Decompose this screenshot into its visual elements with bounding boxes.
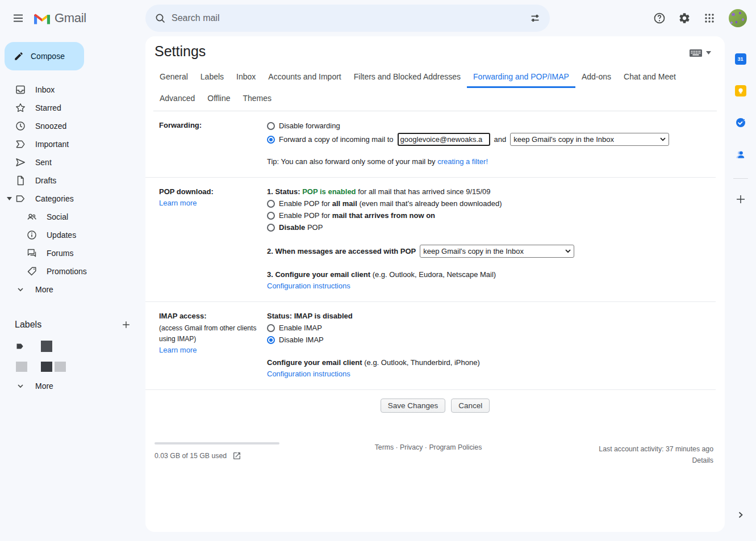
support-button[interactable] [648, 7, 671, 30]
forwarding-row-label: Forwarding: [159, 120, 267, 131]
main-menu-button[interactable] [7, 7, 30, 30]
tab-general[interactable]: General [153, 69, 194, 88]
sidebar-item-categories[interactable]: Categories [0, 190, 145, 208]
legal-links: Terms · Privacy · Program Policies [291, 442, 566, 451]
tab-forwarding-and-pop-imap[interactable]: Forwarding and POP/IMAP [467, 69, 575, 88]
imap-row-sublabel: (access Gmail from other clients using I… [159, 323, 267, 345]
pop-enable-now-radio[interactable] [267, 212, 275, 220]
tab-advanced[interactable]: Advanced [153, 88, 201, 111]
settings-button[interactable] [673, 7, 696, 30]
sidebar-item-label: Inbox [35, 85, 55, 94]
sidebar-item-label: Sent [35, 158, 52, 167]
activity-details-link[interactable]: Details [692, 456, 713, 464]
category-tag-icon [15, 193, 26, 204]
tab-labels[interactable]: Labels [194, 69, 230, 88]
tab-accounts-and-import[interactable]: Accounts and Import [262, 69, 347, 88]
settings-header: Settings [145, 36, 725, 60]
open-in-new-icon[interactable] [232, 451, 241, 460]
side-panel-rail: 31 [725, 36, 756, 541]
sidebar-item-updates[interactable]: Updates [0, 226, 145, 244]
settings-footer: 0.03 GB of 15 GB used Terms · Privacy · … [145, 418, 725, 466]
sidebar-item-inbox[interactable]: Inbox [0, 81, 145, 99]
imap-learn-more-link[interactable]: Learn more [159, 346, 197, 354]
hide-side-panel-button[interactable] [729, 504, 752, 526]
pop-configuration-instructions-link[interactable]: Configuration instructions [267, 282, 350, 290]
pop-enable-now-option[interactable]: Enable POP for mail that arrives from no… [267, 209, 704, 221]
draft-file-icon [15, 175, 26, 186]
labels-more[interactable]: More [0, 377, 145, 395]
privacy-link[interactable]: Privacy [400, 443, 423, 451]
sidebar-item-drafts[interactable]: Drafts [0, 171, 145, 190]
label-item-redacted-1[interactable] [0, 336, 145, 357]
program-policies-link[interactable]: Program Policies [429, 443, 482, 451]
redacted-label-text [55, 362, 66, 372]
tab-chat-and-meet[interactable]: Chat and Meet [617, 69, 682, 88]
tab-add-ons[interactable]: Add-ons [575, 69, 617, 88]
star-icon [15, 102, 26, 114]
pop-learn-more-link[interactable]: Learn more [159, 199, 197, 207]
pop-enable-all-radio[interactable] [267, 200, 275, 208]
pop-action-select[interactable]: keep Gmail's copy in the Inbox [420, 245, 574, 258]
pop-when-line: 2. When messages are accessed with POP k… [267, 245, 704, 258]
forward-address-select[interactable]: googlevoice@newoaks.a [398, 133, 490, 146]
sidebar-item-starred[interactable]: Starred [0, 99, 145, 117]
input-tools-button[interactable] [689, 48, 711, 58]
search-input[interactable] [172, 13, 524, 23]
gmail-m-icon [34, 12, 50, 24]
pop-disable-option[interactable]: Disable POP [267, 221, 704, 233]
disable-forwarding-radio[interactable] [267, 122, 275, 130]
tab-inbox[interactable]: Inbox [230, 69, 262, 88]
account-avatar[interactable] [729, 9, 747, 27]
tasks-panel-button[interactable] [729, 111, 752, 134]
forward-copy-option[interactable]: Forward a copy of incoming mail to googl… [267, 133, 704, 146]
disable-forwarding-option[interactable]: Disable forwarding [267, 120, 704, 132]
keep-panel-button[interactable] [729, 79, 752, 102]
search-options-button[interactable] [524, 7, 546, 30]
forward-copy-radio[interactable] [267, 136, 275, 144]
calendar-panel-button[interactable]: 31 [729, 48, 752, 70]
contacts-panel-button[interactable] [729, 143, 752, 166]
app-name: Gmail [55, 11, 86, 26]
collapse-triangle-icon[interactable] [7, 197, 12, 200]
apps-grid-icon [704, 12, 715, 24]
sidebar-item-snoozed[interactable]: Snoozed [0, 117, 145, 135]
sidebar-item-important[interactable]: Important [0, 135, 145, 153]
cancel-button[interactable]: Cancel [451, 399, 490, 413]
terms-link[interactable]: Terms [375, 443, 394, 451]
tab-filters-and-blocked-addresses[interactable]: Filters and Blocked Addresses [348, 69, 467, 88]
compose-button[interactable]: Compose [5, 42, 84, 70]
inbox-icon [15, 84, 26, 95]
tab-themes[interactable]: Themes [237, 88, 278, 111]
sidebar-item-social[interactable]: Social [0, 208, 145, 226]
search-button[interactable] [149, 7, 172, 30]
imap-enable-option[interactable]: Enable IMAP [267, 322, 704, 334]
pop-enable-all-option[interactable]: Enable POP for all mail (even mail that'… [267, 198, 704, 209]
pop-disable-radio[interactable] [267, 224, 275, 232]
plus-icon [121, 320, 131, 330]
option-label: Enable POP for mail that arrives from no… [279, 210, 435, 221]
creating-a-filter-link[interactable]: creating a filter! [437, 157, 488, 166]
create-label-button[interactable] [117, 316, 135, 334]
gmail-logo[interactable]: Gmail [34, 11, 86, 26]
tasks-icon [735, 117, 746, 128]
info-icon [26, 229, 37, 241]
label-item-redacted-2[interactable] [0, 357, 145, 377]
save-changes-button[interactable]: Save Changes [381, 399, 446, 413]
get-addons-button[interactable] [729, 188, 752, 211]
imap-configuration-instructions-link[interactable]: Configuration instructions [267, 370, 350, 378]
sidebar-item-promotions[interactable]: Promotions [0, 262, 145, 280]
imap-enable-radio[interactable] [267, 324, 275, 332]
chevron-down-icon [15, 284, 26, 295]
sidebar-item-more[interactable]: More [0, 280, 145, 299]
imap-disable-radio[interactable] [267, 336, 275, 344]
google-apps-button[interactable] [698, 7, 721, 30]
sidebar-item-sent[interactable]: Sent [0, 153, 145, 171]
forward-action-select[interactable]: keep Gmail's copy in the Inbox [510, 133, 669, 146]
option-label: Forward a copy of incoming mail to [279, 134, 394, 145]
imap-disable-option[interactable]: Disable IMAP [267, 334, 704, 346]
sidebar-item-label: Categories [35, 194, 74, 203]
tab-offline[interactable]: Offline [201, 88, 236, 111]
sidebar-item-forums[interactable]: Forums [0, 244, 145, 262]
offer-tag-icon [26, 266, 37, 277]
sidebar-item-label: Important [35, 140, 69, 149]
